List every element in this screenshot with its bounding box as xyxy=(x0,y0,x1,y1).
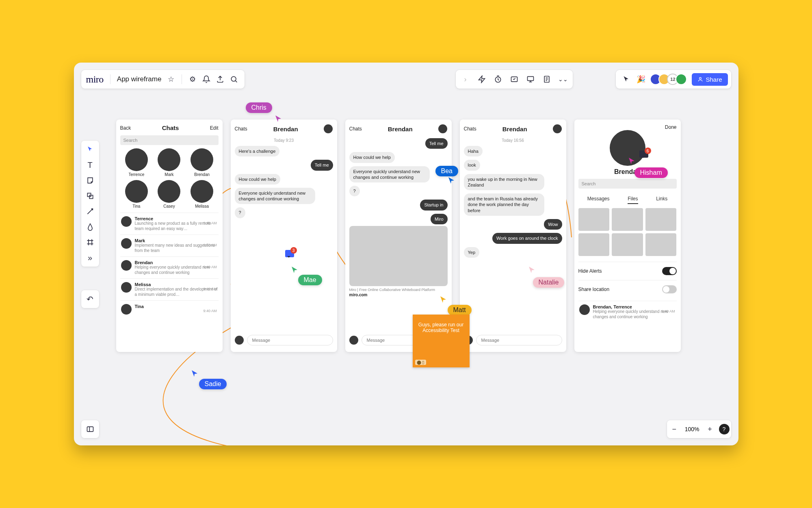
embed-icon[interactable] xyxy=(509,74,520,85)
panel-toggle[interactable] xyxy=(81,420,99,438)
search-input[interactable]: Search xyxy=(120,135,219,145)
shape-tool[interactable] xyxy=(84,189,97,202)
zoom-out-button[interactable]: − xyxy=(669,423,680,435)
toolbar-actions: › ⌄⌄ xyxy=(456,70,573,89)
avatar xyxy=(324,124,333,133)
settings-icon[interactable]: ⚙ xyxy=(187,74,198,85)
message-bubble: Everyone quickly understand new changes … xyxy=(235,188,315,204)
contact[interactable]: Terrence xyxy=(125,148,148,177)
zoom-level[interactable]: 100% xyxy=(682,426,703,432)
star-icon[interactable]: ☆ xyxy=(165,74,177,85)
svg-rect-8 xyxy=(527,76,533,80)
compose-input[interactable] xyxy=(247,335,333,345)
contact[interactable]: Melissa xyxy=(191,180,213,208)
message-bubble: ? xyxy=(349,186,360,196)
tab-messages[interactable]: Messages xyxy=(587,196,610,204)
media-item[interactable] xyxy=(612,208,643,231)
message-bubble: ? xyxy=(235,207,245,218)
cursor-follow-icon[interactable] xyxy=(621,74,632,85)
share-button[interactable]: Share xyxy=(692,73,728,86)
contact-name: Terrence xyxy=(128,172,144,177)
wireframe-thread-1[interactable]: ChatsBrendan Today 9:23 Here's a challen… xyxy=(231,119,337,352)
media-item[interactable] xyxy=(645,208,677,231)
edit-label[interactable]: Edit xyxy=(210,125,219,131)
zoom-in-button[interactable]: + xyxy=(704,423,716,435)
message-bubble: How could we help xyxy=(349,152,395,163)
list-item[interactable]: Terrence9:40 AMLaunching a new product a… xyxy=(120,213,219,234)
list-item[interactable]: Brendan9:40 AMHelping everyone quickly u… xyxy=(120,256,219,278)
cursor-sadie: Sadie xyxy=(199,379,227,389)
cursor-icon xyxy=(440,295,448,304)
compose-input[interactable] xyxy=(476,335,562,345)
wireframe-chats-list[interactable]: Back Chats Edit Search Terrence Mark Bre… xyxy=(116,119,223,352)
back-label[interactable]: Back xyxy=(120,125,131,131)
comment-icon[interactable]: 3 xyxy=(285,250,294,257)
chevron-right-icon[interactable]: › xyxy=(460,74,471,85)
reactions-icon[interactable]: 🎉 xyxy=(635,74,647,85)
list-item[interactable]: Melissa9:40 AMDirect implementation and … xyxy=(120,278,219,300)
frame-tool[interactable] xyxy=(84,236,97,249)
notes-icon[interactable] xyxy=(541,74,552,85)
back-label[interactable]: Chats xyxy=(464,126,476,132)
sticky-note[interactable]: Guys, please run our Accessibility Test … xyxy=(413,315,470,367)
bolt-icon[interactable] xyxy=(476,74,487,85)
link-url: miro.com xyxy=(349,293,448,297)
chat-icon[interactable]: 6 xyxy=(639,150,648,158)
media-item[interactable] xyxy=(645,233,677,256)
cursor-hisham: Hisham xyxy=(634,167,668,178)
board-title[interactable]: App wireframe xyxy=(117,75,162,83)
export-icon[interactable] xyxy=(214,74,226,85)
frame-title: Brendan xyxy=(388,126,413,132)
message-bubble: Work goes on around the clock xyxy=(492,233,562,243)
tab-files[interactable]: Files xyxy=(628,196,638,204)
media-item[interactable] xyxy=(578,233,610,256)
link-preview-card[interactable] xyxy=(349,226,448,286)
back-label[interactable]: Chats xyxy=(349,126,362,132)
toggle-hide-alerts[interactable] xyxy=(662,267,677,275)
select-tool[interactable] xyxy=(84,143,97,156)
share-label: Share xyxy=(706,76,722,83)
cursor-chris: Chris xyxy=(246,102,272,113)
timer-icon[interactable] xyxy=(492,74,504,85)
list-item[interactable]: Mark9:40 AMImplement many new ideas and … xyxy=(120,234,219,256)
person-icon xyxy=(697,76,703,82)
more-icon[interactable]: ⌄⌄ xyxy=(557,74,569,85)
wireframe-profile[interactable]: Done 6 Brendan Search Messages Files Lin… xyxy=(574,119,681,352)
bell-icon[interactable] xyxy=(201,74,212,85)
media-item[interactable] xyxy=(612,233,643,256)
canvas[interactable]: Back Chats Edit Search Terrence Mark Bre… xyxy=(74,63,738,445)
collaborator-avatars[interactable]: 12 xyxy=(650,74,687,85)
contact[interactable]: Tina xyxy=(125,180,148,208)
contact-name: Brendan xyxy=(194,172,210,177)
message-bubble: Tell me xyxy=(425,138,448,149)
wireframe-thread-3[interactable]: ChatsBrendan Today 16:56 Haha look you w… xyxy=(460,119,566,352)
line-tool[interactable] xyxy=(84,205,97,218)
message-bubble: Wow xyxy=(544,219,562,230)
miro-logo[interactable]: miro xyxy=(86,74,104,85)
presentation-icon[interactable] xyxy=(525,74,536,85)
done-label[interactable]: Done xyxy=(578,124,677,130)
tab-links[interactable]: Links xyxy=(656,196,667,204)
sticky-tool[interactable] xyxy=(84,174,97,187)
media-item[interactable] xyxy=(578,208,610,231)
toolbar-collab: 🎉 12 Share xyxy=(616,70,731,89)
svg-rect-13 xyxy=(87,427,93,432)
text-tool[interactable]: T xyxy=(84,158,97,172)
back-label[interactable]: Chats xyxy=(235,126,247,132)
contact[interactable]: Brendan xyxy=(191,148,213,177)
media-grid xyxy=(578,208,677,256)
list-item[interactable]: Tina9:40 AM xyxy=(120,300,219,318)
more-tools[interactable]: » xyxy=(84,251,97,264)
undo-button[interactable]: ↶ xyxy=(81,290,99,308)
contact[interactable]: Casey xyxy=(158,180,180,208)
contact-name: Mark xyxy=(165,172,173,177)
help-button[interactable]: ? xyxy=(719,424,730,434)
toggle-share-location[interactable] xyxy=(662,285,677,293)
search-input[interactable]: Search xyxy=(578,179,677,189)
contact[interactable]: Mark xyxy=(158,148,180,177)
pen-tool[interactable] xyxy=(84,220,97,233)
search-icon[interactable] xyxy=(228,74,240,85)
avatar[interactable] xyxy=(676,74,687,85)
message-bubble: Here's a challenge xyxy=(235,146,280,156)
message-bubble: Everyone quickly understand new changes … xyxy=(349,166,430,183)
